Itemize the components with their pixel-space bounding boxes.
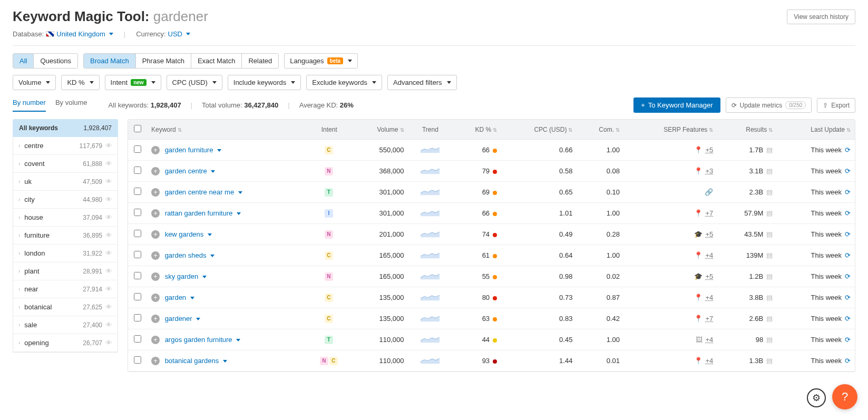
filter-kd[interactable]: KD % bbox=[61, 75, 99, 90]
view-history-button[interactable]: View search history bbox=[787, 9, 855, 24]
database-selector[interactable]: Database: United Kingdom bbox=[13, 30, 113, 38]
document-icon[interactable]: ▤ bbox=[766, 315, 773, 323]
row-checkbox[interactable] bbox=[134, 209, 141, 216]
keyword-link[interactable]: argos garden furniture bbox=[165, 336, 232, 344]
tab-exact-match[interactable]: Exact Match bbox=[191, 54, 242, 68]
row-checkbox[interactable] bbox=[134, 293, 141, 300]
col-updated[interactable]: Last Update⇅ bbox=[777, 120, 855, 140]
add-keyword-button[interactable]: + bbox=[151, 294, 160, 302]
row-checkbox[interactable] bbox=[134, 230, 141, 237]
col-com[interactable]: Com.⇅ bbox=[577, 120, 624, 140]
col-serp[interactable]: SERP Features⇅ bbox=[624, 120, 717, 140]
sidebar-item-covent[interactable]: › covent 61,888 👁 bbox=[13, 155, 118, 173]
tab-questions[interactable]: Questions bbox=[34, 54, 77, 68]
document-icon[interactable]: ▤ bbox=[766, 251, 773, 259]
serp-count[interactable]: +7 bbox=[706, 315, 714, 323]
keyword-link[interactable]: garden bbox=[165, 294, 186, 301]
refresh-row-icon[interactable]: ⟳ bbox=[845, 357, 851, 365]
keyword-dropdown-icon[interactable] bbox=[196, 318, 200, 320]
keyword-dropdown-icon[interactable] bbox=[223, 360, 227, 363]
col-keyword[interactable]: Keyword⇅ bbox=[147, 120, 307, 140]
eye-icon[interactable]: 👁 bbox=[105, 321, 112, 329]
keyword-link[interactable]: botanical gardens bbox=[165, 357, 219, 365]
refresh-row-icon[interactable]: ⟳ bbox=[845, 230, 851, 238]
keyword-dropdown-icon[interactable] bbox=[211, 170, 215, 173]
sidebar-item-london[interactable]: › london 31,922 👁 bbox=[13, 245, 118, 262]
add-keyword-button[interactable]: + bbox=[151, 336, 160, 344]
keyword-dropdown-icon[interactable] bbox=[217, 149, 221, 152]
update-metrics-button[interactable]: ⟳ Update metrics 0/250 bbox=[726, 97, 812, 113]
col-volume[interactable]: Volume⇅ bbox=[352, 120, 408, 140]
sidebar-item-city[interactable]: › city 44,980 👁 bbox=[13, 191, 118, 209]
document-icon[interactable]: ▤ bbox=[766, 209, 773, 217]
tab-broad-match[interactable]: Broad Match bbox=[84, 54, 136, 68]
col-kd[interactable]: KD %⇅ bbox=[452, 120, 501, 140]
select-all-checkbox[interactable] bbox=[134, 125, 141, 132]
document-icon[interactable]: ▤ bbox=[766, 167, 773, 175]
col-intent[interactable]: Intent bbox=[307, 120, 352, 140]
serp-count[interactable]: +4 bbox=[706, 294, 714, 301]
to-keyword-manager-button[interactable]: + To Keyword Manager bbox=[633, 97, 720, 113]
keyword-link[interactable]: sky garden bbox=[165, 272, 199, 280]
serp-count[interactable]: +5 bbox=[706, 230, 714, 238]
keyword-link[interactable]: rattan garden furniture bbox=[165, 209, 233, 217]
col-trend[interactable]: Trend bbox=[408, 120, 453, 140]
document-icon[interactable]: ▤ bbox=[766, 188, 773, 196]
document-icon[interactable]: ▤ bbox=[766, 336, 773, 344]
tab-phrase-match[interactable]: Phrase Match bbox=[136, 54, 191, 68]
row-checkbox[interactable] bbox=[134, 188, 141, 195]
add-keyword-button[interactable]: + bbox=[151, 315, 160, 323]
refresh-row-icon[interactable]: ⟳ bbox=[845, 188, 851, 196]
add-keyword-button[interactable]: + bbox=[151, 209, 160, 218]
eye-icon[interactable]: 👁 bbox=[105, 339, 112, 347]
sidebar-item-house[interactable]: › house 37,094 👁 bbox=[13, 209, 118, 227]
sidebar-item-botanical[interactable]: › botanical 27,625 👁 bbox=[13, 298, 118, 316]
filter-include[interactable]: Include keywords bbox=[228, 75, 301, 90]
filter-volume[interactable]: Volume bbox=[13, 75, 56, 90]
row-checkbox[interactable] bbox=[134, 251, 141, 258]
add-keyword-button[interactable]: + bbox=[151, 146, 160, 154]
serp-count[interactable]: +5 bbox=[706, 272, 714, 280]
document-icon[interactable]: ▤ bbox=[766, 357, 773, 365]
add-keyword-button[interactable]: + bbox=[151, 357, 160, 365]
keyword-link[interactable]: gardener bbox=[165, 315, 192, 323]
sidebar-item-opening[interactable]: › opening 26,707 👁 bbox=[13, 334, 118, 352]
keyword-dropdown-icon[interactable] bbox=[210, 255, 214, 257]
row-checkbox[interactable] bbox=[134, 167, 141, 174]
keyword-dropdown-icon[interactable] bbox=[202, 276, 207, 278]
document-icon[interactable]: ▤ bbox=[766, 146, 773, 154]
col-cpc[interactable]: CPC (USD)⇅ bbox=[501, 120, 577, 140]
add-keyword-button[interactable]: + bbox=[151, 272, 160, 281]
eye-icon[interactable]: 👁 bbox=[105, 160, 112, 168]
keyword-link[interactable]: garden centre near me bbox=[165, 188, 235, 196]
keyword-link[interactable]: garden sheds bbox=[165, 251, 207, 259]
row-checkbox[interactable] bbox=[134, 356, 141, 364]
tab-related[interactable]: Related bbox=[242, 54, 278, 68]
keyword-dropdown-icon[interactable] bbox=[190, 297, 194, 299]
serp-count[interactable]: +3 bbox=[706, 167, 714, 175]
filter-cpc[interactable]: CPC (USD) bbox=[167, 75, 222, 90]
eye-icon[interactable]: 👁 bbox=[105, 249, 112, 257]
document-icon[interactable]: ▤ bbox=[766, 294, 773, 301]
refresh-row-icon[interactable]: ⟳ bbox=[845, 272, 851, 280]
refresh-row-icon[interactable]: ⟳ bbox=[845, 294, 851, 301]
eye-icon[interactable]: 👁 bbox=[105, 285, 112, 293]
filter-exclude[interactable]: Exclude keywords bbox=[306, 75, 382, 90]
keyword-link[interactable]: kew gardens bbox=[165, 230, 204, 238]
keyword-link[interactable]: garden furniture bbox=[165, 146, 213, 154]
refresh-row-icon[interactable]: ⟳ bbox=[845, 315, 851, 323]
document-icon[interactable]: ▤ bbox=[766, 230, 773, 238]
filter-advanced[interactable]: Advanced filters bbox=[387, 75, 457, 90]
sidebar-item-centre[interactable]: › centre 117,679 👁 bbox=[13, 137, 118, 155]
eye-icon[interactable]: 👁 bbox=[105, 231, 112, 239]
eye-icon[interactable]: 👁 bbox=[105, 142, 112, 150]
add-keyword-button[interactable]: + bbox=[151, 167, 160, 175]
view-by-volume[interactable]: By volume bbox=[55, 99, 87, 112]
document-icon[interactable]: ▤ bbox=[766, 272, 773, 280]
languages-button[interactable]: Languages beta bbox=[284, 53, 358, 69]
row-checkbox[interactable] bbox=[134, 272, 141, 279]
keyword-link[interactable]: garden centre bbox=[165, 167, 207, 175]
add-keyword-button[interactable]: + bbox=[151, 188, 160, 197]
eye-icon[interactable]: 👁 bbox=[105, 213, 112, 221]
refresh-row-icon[interactable]: ⟳ bbox=[845, 336, 851, 344]
